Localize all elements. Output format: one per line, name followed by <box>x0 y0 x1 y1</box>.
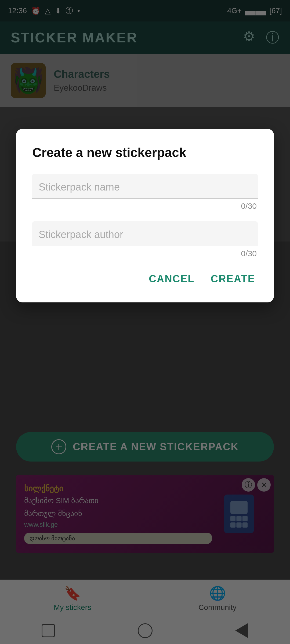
create-dialog: Create a new stickerpack 0/30 0/30 CANCE… <box>16 129 274 302</box>
cancel-button[interactable]: CANCEL <box>146 269 197 289</box>
name-char-count: 0/30 <box>32 202 258 211</box>
modal-overlay <box>0 0 290 644</box>
name-input-group: 0/30 <box>32 174 258 211</box>
author-char-count: 0/30 <box>32 249 258 258</box>
stickerpack-author-input[interactable] <box>32 221 258 246</box>
dialog-actions: CANCEL CREATE <box>32 269 258 289</box>
dialog-title: Create a new stickerpack <box>32 145 258 160</box>
stickerpack-name-input[interactable] <box>32 174 258 199</box>
create-button[interactable]: CREATE <box>208 269 258 289</box>
author-input-group: 0/30 <box>32 221 258 258</box>
